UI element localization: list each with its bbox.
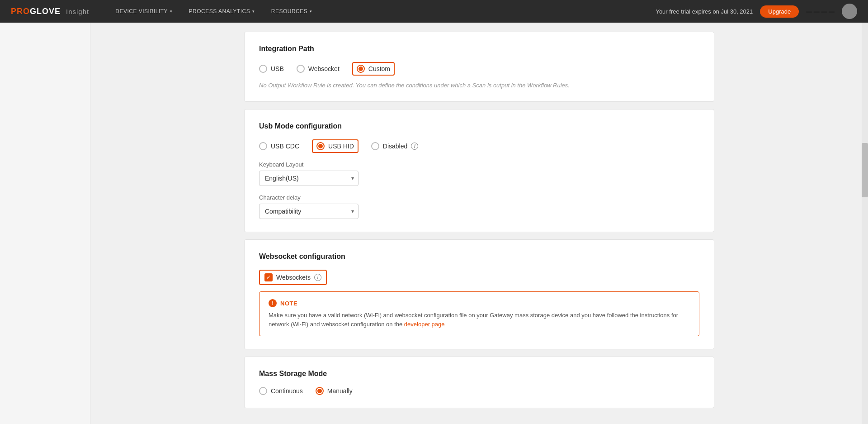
websocket-checkbox-highlight: Websockets i — [259, 270, 327, 285]
avatar[interactable] — [842, 4, 857, 19]
nav-device-visibility[interactable]: DEVICE VISIBILITY ▾ — [107, 0, 180, 23]
radio-input-usb — [259, 65, 267, 73]
nav-right: Your free trial expires on Jul 30, 2021 … — [656, 4, 857, 19]
chevron-down-icon: ▾ — [310, 9, 312, 14]
mass-storage-title: Mass Storage Mode — [259, 370, 699, 378]
radio-input-websocket — [297, 65, 305, 73]
radio-input-usb-hid — [316, 142, 325, 150]
radio-manually[interactable]: Manually — [316, 387, 353, 395]
radio-usb[interactable]: USB — [259, 65, 284, 73]
user-name-text: — — — — — [806, 8, 835, 15]
brand-pro: PROGLOVE — [11, 7, 61, 16]
websocket-config-title: Websocket configuration — [259, 252, 699, 261]
integration-path-radio-group: USB Websocket Custom — [259, 62, 699, 76]
chevron-down-icon: ▾ — [170, 9, 173, 14]
radio-usb-cdc[interactable]: USB CDC — [259, 142, 299, 150]
keyboard-layout-select-wrapper: English(US) English(UK) German French ▾ — [259, 171, 359, 186]
mass-storage-radio-group: Continuous Manually — [259, 387, 699, 395]
radio-input-continuous — [259, 387, 267, 395]
developer-page-link[interactable]: developer page — [404, 321, 445, 328]
brand-logo[interactable]: PROGLOVE Insight — [11, 7, 89, 16]
keyboard-layout-label: Keyboard Layout — [259, 161, 699, 168]
radio-input-disabled — [371, 142, 379, 150]
content-area: Integration Path USB Websocket — [235, 32, 723, 408]
radio-disabled[interactable]: Disabled i — [371, 142, 418, 150]
integration-path-title: Integration Path — [259, 45, 699, 53]
usb-mode-section: Usb Mode configuration USB CDC USB HID — [244, 109, 714, 232]
scrollbar[interactable] — [862, 23, 868, 424]
brand-insight: Insight — [66, 8, 89, 15]
nav-process-analytics[interactable]: PROCESS ANALYTICS ▾ — [181, 0, 263, 23]
trial-text: Your free trial expires on Jul 30, 2021 — [656, 8, 753, 15]
websockets-checkbox-label[interactable]: Websockets i — [264, 273, 321, 281]
info-icon-websockets[interactable]: i — [314, 274, 321, 281]
chevron-down-icon: ▾ — [252, 9, 255, 14]
websocket-option-highlight: Websockets i — [259, 270, 327, 285]
navbar: PROGLOVE Insight DEVICE VISIBILITY ▾ PRO… — [0, 0, 868, 23]
usb-mode-title: Usb Mode configuration — [259, 122, 699, 130]
websocket-config-section: Websocket configuration Websockets i ! — [244, 239, 714, 349]
note-box: ! NOTE Make sure you have a valid networ… — [259, 291, 699, 336]
character-delay-label: Character delay — [259, 194, 699, 201]
sidebar — [0, 23, 90, 424]
keyboard-layout-field: Keyboard Layout English(US) English(UK) … — [259, 161, 699, 186]
radio-input-manually — [316, 387, 324, 395]
custom-option-highlight: Custom — [352, 62, 395, 76]
note-label: NOTE — [280, 300, 297, 307]
websockets-checkbox[interactable] — [264, 273, 273, 281]
note-header: ! NOTE — [269, 299, 690, 307]
mass-storage-section: Mass Storage Mode Continuous Manually — [244, 357, 714, 408]
usb-mode-radio-group: USB CDC USB HID Disabled i — [259, 139, 699, 153]
nav-resources[interactable]: RESOURCES ▾ — [263, 0, 321, 23]
usb-hid-option-highlight: USB HID — [312, 139, 359, 153]
radio-input-usb-cdc — [259, 142, 267, 150]
note-text: Make sure you have a valid network (Wi-F… — [269, 311, 690, 329]
radio-usb-hid[interactable]: USB HID — [316, 142, 354, 150]
character-delay-select-wrapper: Compatibility None 50ms 100ms ▾ — [259, 204, 359, 219]
radio-websocket[interactable]: Websocket — [297, 65, 340, 73]
integration-path-help-text: No Output Workflow Rule is created. You … — [259, 82, 699, 89]
integration-path-section: Integration Path USB Websocket — [244, 32, 714, 102]
upgrade-button[interactable]: Upgrade — [760, 5, 799, 18]
main-panel: Integration Path USB Websocket — [90, 23, 868, 424]
keyboard-layout-select[interactable]: English(US) English(UK) German French — [259, 171, 359, 186]
info-icon-disabled[interactable]: i — [411, 143, 418, 150]
radio-input-custom — [357, 65, 365, 73]
character-delay-select[interactable]: Compatibility None 50ms 100ms — [259, 204, 359, 219]
character-delay-field: Character delay Compatibility None 50ms … — [259, 194, 699, 219]
nav-links: DEVICE VISIBILITY ▾ PROCESS ANALYTICS ▾ … — [107, 0, 656, 23]
radio-continuous[interactable]: Continuous — [259, 387, 303, 395]
radio-custom[interactable]: Custom — [357, 65, 390, 73]
note-icon: ! — [269, 299, 277, 307]
scrollbar-thumb[interactable] — [862, 143, 868, 197]
